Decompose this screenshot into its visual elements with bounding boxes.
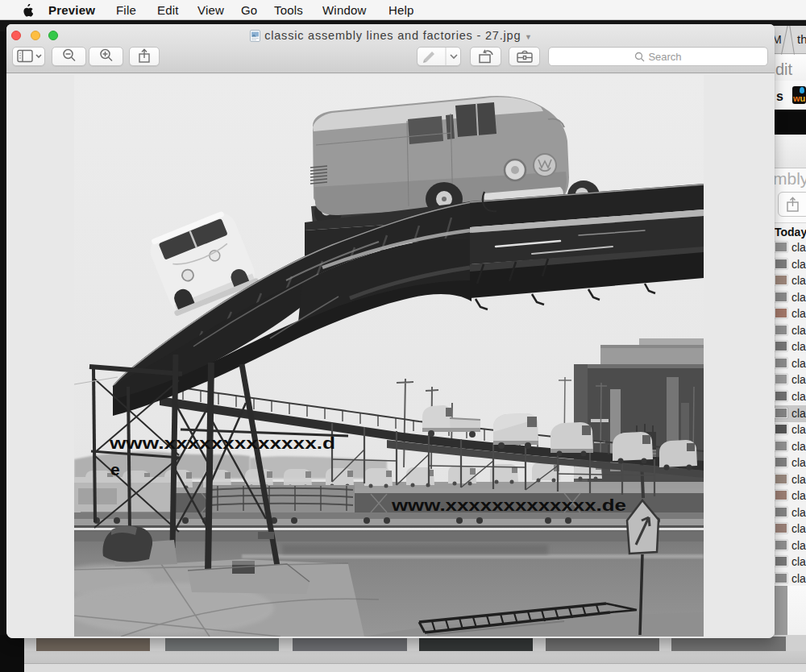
svg-text:e: e: [110, 460, 120, 479]
svg-text:www.xxxxxxxxxxxxx.d: www.xxxxxxxxxxxxx.d: [109, 433, 335, 452]
svg-text:www.xxxxxxxxxxxxx.de: www.xxxxxxxxxxxxx.de: [391, 496, 627, 514]
